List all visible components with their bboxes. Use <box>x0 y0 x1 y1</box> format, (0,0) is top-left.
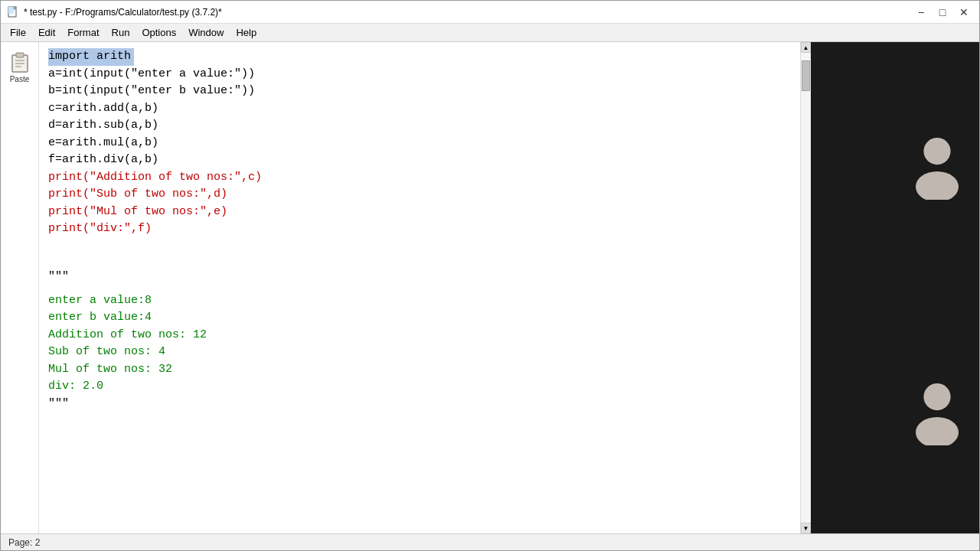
scroll-thumb[interactable] <box>802 60 810 91</box>
menu-window[interactable]: Window <box>182 25 230 40</box>
content-area: Paste import arith a=int(input("enter a … <box>1 42 979 533</box>
code-line-print3: print("Mul of two nos:",e) <box>48 204 791 221</box>
code-line-d: d=arith.sub(a,b) <box>48 117 791 135</box>
avatar-icon-bottom <box>906 377 968 445</box>
scroll-down-arrow[interactable]: ▼ <box>801 523 812 533</box>
code-line-import: import arith <box>48 48 134 66</box>
paste-icon <box>8 49 32 73</box>
output-line-1: enter a value:8 <box>48 292 791 310</box>
menu-format[interactable]: Format <box>61 25 105 40</box>
code-line-c: c=arith.add(a,b) <box>48 100 791 118</box>
output-line-4: Sub of two nos: 4 <box>48 344 791 361</box>
svg-rect-4 <box>16 53 24 57</box>
code-line-a: a=int(input("enter a value:")) <box>48 66 791 83</box>
code-line-f: f=arith.div(a,b) <box>48 152 791 169</box>
output-line-3: Addition of two nos: 12 <box>48 327 791 344</box>
editor-area[interactable]: import arith a=int(input("enter a value:… <box>39 42 800 533</box>
menu-file[interactable]: File <box>4 25 32 40</box>
code-blank <box>48 252 791 269</box>
scroll-up-arrow[interactable]: ▲ <box>801 42 812 53</box>
sidebar: Paste <box>1 42 39 533</box>
vertical-scrollbar[interactable]: ▲ ▼ <box>800 42 811 533</box>
menu-options[interactable]: Options <box>136 25 182 40</box>
code-line-e: e=arith.mul(a,b) <box>48 135 791 152</box>
code-docstring-close: """ <box>48 396 791 413</box>
output-section: enter a value:8 enter b value:4 Addition… <box>48 292 791 396</box>
file-icon <box>7 6 19 18</box>
user-cell-top-left <box>811 42 895 288</box>
main-window: * test.py - F:/Programs/Calculator/test.… <box>0 0 980 551</box>
svg-point-11 <box>916 417 959 445</box>
window-title: * test.py - F:/Programs/Calculator/test.… <box>24 7 912 18</box>
svg-point-8 <box>923 138 950 165</box>
output-line-2: enter b value:4 <box>48 309 791 327</box>
title-bar: * test.py - F:/Programs/Calculator/test.… <box>1 1 979 24</box>
user-cell-bottom-left <box>811 288 895 533</box>
right-panel <box>811 42 979 533</box>
user-cell-top-right <box>895 42 979 288</box>
menu-edit[interactable]: Edit <box>32 25 61 40</box>
minimize-button[interactable]: − <box>912 5 930 19</box>
user-cell-bottom-right <box>895 288 979 533</box>
code-line-b: b=int(input("enter b value:")) <box>48 83 791 100</box>
menu-bar: File Edit Format Run Options Window Help <box>1 24 979 42</box>
status-bar: Page: 2 <box>1 533 979 550</box>
close-button[interactable]: ✕ <box>955 5 973 19</box>
code-docstring-open: """ <box>48 269 791 286</box>
output-line-5: Mul of two nos: 32 <box>48 361 791 379</box>
menu-run[interactable]: Run <box>106 25 136 40</box>
avatar-icon-top <box>906 131 968 200</box>
menu-help[interactable]: Help <box>230 25 263 40</box>
paste-label: Paste <box>10 75 30 83</box>
svg-rect-1 <box>8 7 14 14</box>
paste-button[interactable]: Paste <box>5 45 34 87</box>
maximize-button[interactable]: □ <box>933 5 952 19</box>
page-indicator: Page: 2 <box>8 537 40 548</box>
code-line-print2: print("Sub of two nos:",d) <box>48 186 791 204</box>
output-line-6: div: 2.0 <box>48 378 791 396</box>
window-controls: − □ ✕ <box>912 5 973 19</box>
svg-point-9 <box>916 171 959 200</box>
scroll-track[interactable] <box>801 53 811 523</box>
svg-point-10 <box>923 383 950 410</box>
code-line-print1: print("Addition of two nos:",c) <box>48 169 791 187</box>
code-line-print4: print("div:",f) <box>48 220 791 238</box>
